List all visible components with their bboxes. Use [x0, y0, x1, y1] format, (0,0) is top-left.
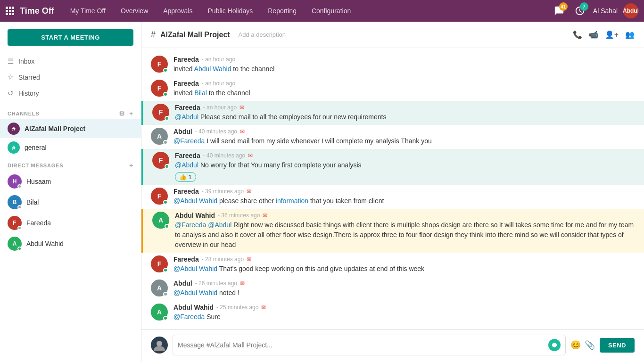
- history-icon: ↺: [8, 89, 14, 98]
- email-icon: ✉: [247, 256, 251, 263]
- dm-avatar-fareeda: F: [8, 216, 22, 230]
- msg-avatar: F: [151, 56, 168, 73]
- msg-avatar: A: [151, 280, 168, 296]
- channel-hash-general: #: [8, 141, 20, 154]
- svg-point-9: [157, 341, 162, 346]
- phone-icon[interactable]: 📞: [573, 30, 582, 39]
- svg-rect-3: [6, 10, 8, 12]
- record-button[interactable]: [548, 339, 561, 351]
- message-input-wrapper: [173, 335, 566, 355]
- nav-my-time-off[interactable]: My Time Off: [64, 0, 112, 22]
- channel-general[interactable]: # general: [0, 138, 141, 157]
- add-description[interactable]: Add a description: [239, 31, 286, 38]
- msg-avatar: F: [151, 80, 168, 97]
- attachment-icon[interactable]: 📎: [585, 340, 595, 350]
- dm-fareeda[interactable]: F Fareeda: [0, 213, 141, 233]
- sidebar-menu: ☰ Inbox ☆ Starred ↺ History: [0, 53, 141, 105]
- channel-hash-icon: #: [151, 30, 156, 40]
- input-avatar: [151, 337, 168, 354]
- dm-add-icon[interactable]: +: [129, 162, 133, 169]
- emoji-icon[interactable]: 😊: [570, 340, 581, 350]
- dm-husaam-label: Husaam: [26, 178, 51, 185]
- starred-label: Starred: [18, 74, 40, 81]
- message-row: F Fareeda- 28 minutes ago✉ @Abdul Wahid …: [141, 253, 644, 277]
- username[interactable]: Al Sahal: [593, 7, 618, 15]
- svg-rect-7: [9, 13, 11, 15]
- email-icon: ✉: [240, 280, 245, 287]
- channel-alzafal[interactable]: # AlZafal Mall Project: [0, 119, 141, 138]
- dm-abdulwahid[interactable]: A Abdul Wahid: [0, 233, 141, 254]
- user-avatar[interactable]: Abdul: [623, 3, 638, 18]
- nav-approvals[interactable]: Approvals: [157, 0, 199, 22]
- message-row: A Abdul Wahid- 36 minutes ago✉ @Fareeda …: [141, 209, 644, 253]
- message-row: F Fareeda- an hour ago invited Bilal to …: [141, 77, 644, 101]
- svg-rect-4: [9, 10, 11, 12]
- email-icon: ✉: [240, 128, 245, 135]
- nav-overview[interactable]: Overview: [114, 0, 155, 22]
- msg-body: Fareeda- 39 minutes ago✉ @Abdul Wahid pl…: [173, 188, 635, 206]
- chat-channel-title: AlZafal Mall Project: [160, 31, 230, 39]
- brand-title: Time Off: [20, 6, 54, 16]
- dm-avatar-bilal: B: [8, 195, 22, 209]
- channel-alzafal-label: AlZafal Mall Project: [25, 125, 85, 132]
- dm-bilal-label: Bilal: [26, 198, 39, 206]
- msg-avatar: F: [151, 188, 168, 205]
- video-icon[interactable]: 📹: [589, 30, 598, 39]
- message-row: A Abdul- 26 minutes ago✉ @Abdul Wahid no…: [141, 277, 644, 301]
- channels-section-label: CHANNELS: [8, 111, 40, 116]
- svg-point-10: [552, 343, 557, 347]
- channels-section-header: CHANNELS ⚙ +: [0, 105, 141, 119]
- channels-add-icon[interactable]: +: [129, 110, 133, 117]
- add-member-icon[interactable]: 👤+: [605, 30, 619, 39]
- dm-avatar-husaam: H: [8, 174, 22, 189]
- history-label: History: [18, 90, 39, 97]
- svg-rect-5: [12, 10, 14, 12]
- msg-avatar: F: [152, 152, 169, 169]
- svg-rect-0: [6, 7, 8, 9]
- inbox-label: Inbox: [18, 58, 34, 65]
- msg-body: Abdul Wahid- 25 minutes ago✉ @Fareeda Su…: [173, 304, 635, 322]
- send-button[interactable]: SEND: [600, 338, 635, 353]
- members-icon[interactable]: 👥: [625, 30, 635, 39]
- email-icon: ✉: [263, 212, 267, 219]
- dm-avatar-abdulwahid: A: [8, 237, 22, 251]
- activity-notification[interactable]: 7: [572, 3, 587, 18]
- msg-body: Abdul- 40 minutes ago✉ @Fareeda I will s…: [173, 128, 635, 146]
- channels-settings-icon[interactable]: ⚙: [119, 110, 125, 117]
- msg-avatar: A: [151, 128, 168, 145]
- sidebar-item-starred[interactable]: ☆ Starred: [0, 69, 141, 85]
- sidebar-item-inbox[interactable]: ☰ Inbox: [0, 53, 141, 69]
- message-notification[interactable]: 41: [552, 3, 567, 18]
- nav-reporting[interactable]: Reporting: [261, 0, 303, 22]
- start-meeting-button[interactable]: START A MEETING: [8, 29, 133, 46]
- msg-body: Fareeda- 40 minutes ago✉ @Abdul No worry…: [175, 152, 635, 182]
- msg-avatar: F: [152, 104, 169, 121]
- svg-rect-6: [6, 13, 8, 15]
- message-row: F Fareeda- an hour ago✉ @Abdul Please se…: [141, 101, 644, 125]
- apps-icon[interactable]: [6, 7, 14, 15]
- msg-body: Fareeda- an hour ago✉ @Abdul Please send…: [175, 104, 635, 122]
- sidebar-item-history[interactable]: ↺ History: [0, 85, 141, 101]
- svg-rect-8: [12, 13, 14, 15]
- sidebar: START A MEETING ☰ Inbox ☆ Starred ↺ Hist…: [0, 22, 141, 362]
- dm-husaam[interactable]: H Husaam: [0, 171, 141, 192]
- svg-rect-2: [12, 7, 14, 9]
- msg-avatar: A: [151, 304, 168, 321]
- message-input[interactable]: [178, 341, 548, 349]
- email-icon: ✉: [247, 188, 251, 195]
- nav-configuration[interactable]: Configuration: [305, 0, 357, 22]
- nav-public-holidays[interactable]: Public Holidays: [201, 0, 260, 22]
- dm-bilal[interactable]: B Bilal: [0, 192, 141, 213]
- reaction-thumbsup[interactable]: 👍 1: [175, 172, 196, 182]
- email-icon: ✉: [261, 304, 266, 311]
- inbox-icon: ☰: [8, 57, 14, 66]
- main-layout: START A MEETING ☰ Inbox ☆ Starred ↺ Hist…: [0, 22, 644, 362]
- star-icon: ☆: [8, 73, 14, 82]
- channel-hash-alzafal: #: [8, 123, 20, 135]
- message-row: F Fareeda- 40 minutes ago✉ @Abdul No wor…: [141, 149, 644, 185]
- sidebar-btn-area: START A MEETING: [0, 22, 141, 53]
- msg-body: Fareeda- 28 minutes ago✉ @Abdul Wahid Th…: [173, 255, 635, 274]
- chat-messages: F Fareeda- an hour ago invited Abdul Wah…: [141, 48, 644, 329]
- message-row: F Fareeda- an hour ago invited Abdul Wah…: [141, 53, 644, 77]
- dm-fareeda-label: Fareeda: [26, 219, 51, 227]
